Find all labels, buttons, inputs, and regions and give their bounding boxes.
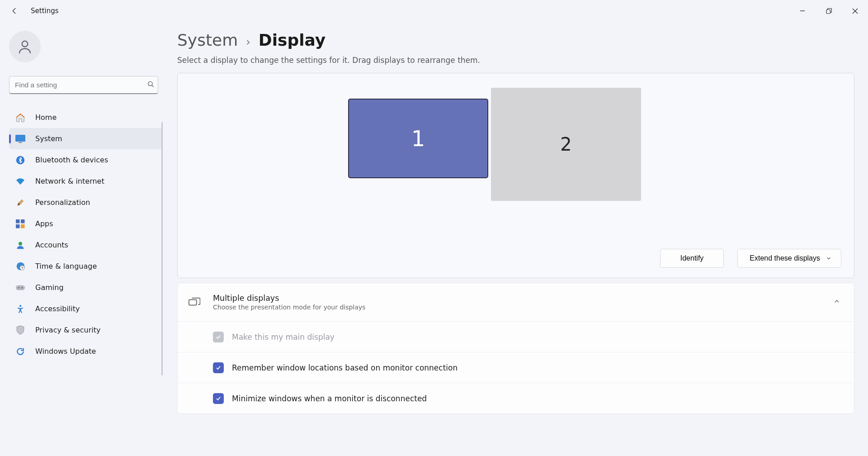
accounts-icon bbox=[15, 241, 25, 250]
nav-label: Windows Update bbox=[35, 347, 96, 356]
svg-rect-8 bbox=[19, 142, 22, 143]
display-canvas[interactable]: 2 1 bbox=[178, 73, 854, 245]
checkbox-remember-locations[interactable] bbox=[213, 362, 224, 373]
accessibility-icon bbox=[15, 304, 25, 314]
svg-rect-10 bbox=[16, 219, 20, 223]
svg-rect-11 bbox=[21, 219, 25, 223]
breadcrumb-parent[interactable]: System bbox=[177, 31, 238, 49]
back-button[interactable] bbox=[8, 5, 21, 17]
nav-label: Home bbox=[35, 113, 57, 122]
display-arrangement-panel: 2 1 Identify Extend these displays bbox=[177, 73, 854, 278]
option-minimize-disconnected[interactable]: Minimize windows when a monitor is disco… bbox=[178, 383, 854, 413]
chevron-up-icon bbox=[833, 298, 840, 307]
avatar[interactable] bbox=[9, 31, 41, 62]
system-icon bbox=[15, 135, 25, 143]
title-bar: Settings bbox=[0, 0, 868, 22]
option-label: Minimize windows when a monitor is disco… bbox=[232, 394, 427, 403]
nav-personalization[interactable]: Personalization bbox=[9, 192, 163, 213]
svg-point-4 bbox=[22, 41, 28, 47]
nav-system[interactable]: System bbox=[9, 128, 163, 149]
nav-network[interactable]: Network & internet bbox=[9, 171, 163, 192]
svg-line-6 bbox=[152, 85, 154, 87]
bluetooth-icon bbox=[15, 156, 25, 165]
nav-gaming[interactable]: Gaming bbox=[9, 277, 163, 298]
nav-label: Personalization bbox=[35, 198, 90, 207]
main-content: System › Display Select a display to cha… bbox=[167, 22, 868, 456]
sidebar-scrollbar[interactable] bbox=[161, 122, 163, 375]
nav-label: Accounts bbox=[35, 241, 68, 249]
nav-label: Apps bbox=[35, 219, 53, 228]
nav-label: Time & language bbox=[35, 262, 97, 271]
displays-icon bbox=[189, 297, 200, 307]
gamepad-icon bbox=[15, 284, 25, 291]
option-label: Make this my main display bbox=[232, 332, 335, 342]
display-mode-dropdown[interactable]: Extend these displays bbox=[737, 249, 841, 268]
home-icon bbox=[15, 113, 25, 123]
globe-clock-icon bbox=[15, 261, 25, 271]
card-title: Multiple displays bbox=[213, 294, 365, 303]
chevron-down-icon bbox=[826, 255, 832, 261]
nav-label: Accessibility bbox=[35, 304, 80, 313]
option-remember-locations[interactable]: Remember window locations based on monit… bbox=[178, 352, 854, 383]
nav-accessibility[interactable]: Accessibility bbox=[9, 298, 163, 319]
checkbox-main-display bbox=[213, 332, 224, 342]
paintbrush-icon bbox=[15, 198, 25, 207]
breadcrumb-current: Display bbox=[259, 31, 326, 49]
nav-home[interactable]: Home bbox=[9, 107, 163, 128]
option-main-display: Make this my main display bbox=[178, 321, 854, 352]
maximize-button[interactable] bbox=[816, 2, 842, 20]
svg-point-20 bbox=[19, 305, 21, 307]
svg-rect-7 bbox=[15, 135, 25, 142]
svg-point-18 bbox=[18, 287, 19, 288]
svg-rect-12 bbox=[16, 224, 20, 228]
nav-privacy[interactable]: Privacy & security bbox=[9, 319, 163, 341]
checkbox-minimize-disconnected[interactable] bbox=[213, 393, 224, 404]
page-description: Select a display to change the settings … bbox=[177, 56, 854, 65]
nav-bluetooth[interactable]: Bluetooth & devices bbox=[9, 149, 163, 171]
update-icon bbox=[15, 347, 25, 356]
nav-windows-update[interactable]: Windows Update bbox=[9, 341, 163, 362]
chevron-right-icon: › bbox=[246, 36, 250, 48]
option-label: Remember window locations based on monit… bbox=[232, 363, 458, 372]
monitor-2[interactable]: 2 bbox=[491, 88, 641, 201]
multiple-displays-header[interactable]: Multiple displays Choose the presentatio… bbox=[178, 283, 854, 321]
search-input[interactable] bbox=[9, 76, 158, 94]
sidebar: Home System Bluetooth & devices Network … bbox=[0, 22, 167, 456]
nav-accounts[interactable]: Accounts bbox=[9, 234, 163, 256]
nav-label: Network & internet bbox=[35, 177, 104, 185]
nav-label: Bluetooth & devices bbox=[35, 156, 108, 164]
nav-time-language[interactable]: Time & language bbox=[9, 256, 163, 277]
svg-rect-21 bbox=[189, 299, 197, 305]
svg-point-19 bbox=[21, 287, 23, 288]
svg-point-5 bbox=[148, 81, 152, 86]
app-title: Settings bbox=[31, 7, 59, 15]
shield-icon bbox=[15, 325, 25, 335]
breadcrumb: System › Display bbox=[177, 31, 854, 49]
wifi-icon bbox=[15, 177, 25, 185]
svg-rect-13 bbox=[21, 224, 25, 228]
card-description: Choose the presentation mode for your di… bbox=[213, 304, 365, 311]
search-icon bbox=[147, 81, 155, 90]
nav-label: Privacy & security bbox=[35, 326, 100, 334]
svg-point-14 bbox=[19, 242, 22, 245]
nav-label: System bbox=[35, 134, 62, 143]
monitor-1[interactable]: 1 bbox=[348, 99, 488, 178]
close-button[interactable] bbox=[842, 2, 868, 20]
multiple-displays-card: Multiple displays Choose the presentatio… bbox=[177, 283, 854, 414]
nav-apps[interactable]: Apps bbox=[9, 213, 163, 234]
svg-rect-17 bbox=[16, 285, 25, 290]
svg-rect-1 bbox=[826, 10, 830, 14]
apps-icon bbox=[15, 219, 25, 228]
identify-button[interactable]: Identify bbox=[660, 249, 724, 268]
minimize-button[interactable] bbox=[789, 2, 816, 20]
nav-label: Gaming bbox=[35, 283, 64, 292]
